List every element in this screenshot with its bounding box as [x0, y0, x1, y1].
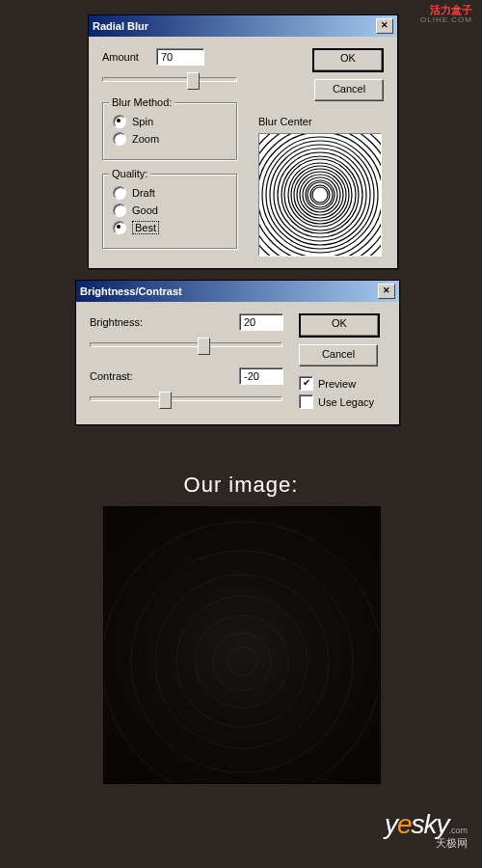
brightness-input[interactable]: [239, 313, 283, 331]
cancel-button[interactable]: Cancel: [314, 79, 384, 101]
radio-best[interactable]: Best: [113, 221, 227, 234]
legacy-checkbox[interactable]: Use Legacy: [299, 394, 386, 409]
svg-point-22: [228, 647, 256, 676]
contrast-input[interactable]: [239, 367, 283, 385]
brightness-label: Brightness:: [90, 316, 143, 328]
svg-point-24: [196, 615, 288, 708]
quality-group: Quality: Draft Good Best: [102, 174, 237, 249]
close-icon[interactable]: ✕: [376, 18, 393, 34]
group-title: Blur Method:: [109, 96, 174, 108]
blur-center-preview[interactable]: [258, 133, 382, 257]
radio-icon: [113, 203, 126, 217]
radial-blur-dialog: Radial Blur ✕ Amount Blur Method: Spin Z…: [88, 14, 398, 269]
radio-good[interactable]: Good: [113, 203, 227, 217]
dialog-title: Radial Blur: [93, 20, 148, 32]
amount-slider[interactable]: [102, 69, 237, 89]
group-title: Quality:: [109, 168, 150, 179]
yesky-watermark: yesky.com 天极网: [385, 809, 468, 851]
radio-zoom[interactable]: Zoom: [113, 132, 227, 146]
titlebar[interactable]: Brightness/Contrast ✕: [76, 281, 399, 302]
blur-method-group: Blur Method: Spin Zoom: [102, 102, 237, 160]
brightness-slider[interactable]: [90, 335, 282, 354]
preview-checkbox[interactable]: ✔Preview: [299, 376, 386, 391]
svg-point-23: [213, 633, 271, 691]
brightness-contrast-dialog: Brightness/Contrast ✕ Brightness: Contra…: [75, 280, 400, 425]
blur-center-label: Blur Center: [258, 116, 384, 127]
contrast-slider[interactable]: [90, 389, 282, 408]
contrast-label: Contrast:: [90, 370, 133, 382]
our-image-label: Our image:: [0, 473, 482, 498]
svg-point-26: [155, 575, 329, 748]
close-icon[interactable]: ✕: [378, 284, 395, 299]
svg-point-28: [104, 522, 380, 783]
amount-input[interactable]: [156, 48, 204, 66]
checkbox-icon: ✔: [299, 376, 313, 391]
radio-spin[interactable]: Spin: [113, 115, 227, 128]
amount-label: Amount: [102, 51, 139, 63]
radio-icon: [113, 132, 126, 146]
radio-draft[interactable]: Draft: [113, 186, 227, 200]
ok-button[interactable]: OK: [312, 48, 384, 72]
watermark-top-sub: OLIHE.COM: [420, 15, 472, 24]
cancel-button[interactable]: Cancel: [299, 344, 378, 366]
checkbox-icon: [299, 394, 313, 409]
radio-icon: [113, 186, 126, 200]
radio-icon: [113, 221, 126, 234]
result-image: [103, 506, 381, 784]
dialog-title: Brightness/Contrast: [80, 285, 182, 297]
svg-point-27: [131, 551, 353, 773]
radio-icon: [113, 115, 126, 128]
ok-button[interactable]: OK: [299, 313, 380, 338]
titlebar[interactable]: Radial Blur ✕: [89, 15, 397, 37]
